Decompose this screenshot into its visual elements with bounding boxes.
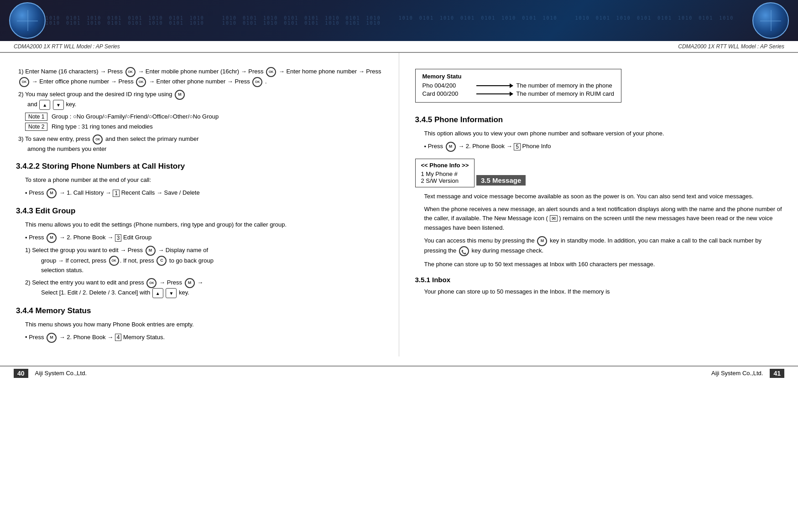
footer-right: Aiji System Co.,Ltd. 41	[711, 369, 784, 378]
phone-info-item-1: 1 My Phone #	[421, 170, 469, 177]
menu-icon-4	[146, 246, 156, 256]
ok-icon-6	[93, 134, 103, 145]
section-342-bullet: Press → 1. Call History → 1 Recent Calls…	[25, 188, 383, 198]
menu-icon-3	[47, 233, 57, 243]
section-35-para2: When the phone receives a new message, a…	[424, 205, 782, 232]
memory-label-1: Pho 004/200	[422, 82, 473, 89]
footer-brand-left: Aiji System Co.,Ltd.	[35, 370, 87, 377]
step-1-text: 1) Enter Name (16 characters) → Press → …	[18, 68, 381, 85]
section-342-intro: To store a phone number at the end of yo…	[25, 176, 383, 185]
step-343-1: 1) Select the group you want to edit → P…	[25, 246, 383, 275]
right-column: Memory Statu Pho 004/200 The number of m…	[399, 53, 798, 356]
num-badge-4: 4	[115, 334, 122, 341]
menu-icon-6	[47, 333, 57, 343]
menu-icon-7	[446, 142, 456, 152]
step-2-and: and ▲ ▼ key.	[27, 101, 76, 108]
header-right-title: CDMA2000 1X RTT WLL Model : AP Series	[678, 43, 784, 50]
menu-icon-1	[175, 90, 185, 100]
note-1-box: Note 1	[25, 113, 47, 121]
step-3-rest: among the numbers you enter	[27, 145, 106, 152]
section-35-para4: The phone can store up to 50 text messag…	[424, 260, 782, 269]
memory-row-2: Card 000/200 The number of memory in RUI…	[422, 90, 615, 97]
section-345-intro: This option allows you to view your own …	[424, 129, 782, 138]
memory-status-box: Memory Statu Pho 004/200 The number of m…	[415, 69, 622, 103]
section-344-heading: 3.4.4 Memory Status	[16, 306, 383, 315]
ok-icon-4	[136, 77, 146, 87]
ok-icon-8	[146, 278, 156, 288]
section-343-heading: 3.4.3 Edit Group	[16, 207, 383, 216]
step-3-text: 3) To save new entry, press and then sel…	[18, 135, 198, 142]
note-2: Note 2 Ring type : 31 ring tones and mel…	[25, 123, 383, 131]
note-1: Note 1 Group : ○No Group/○Family/○Friend…	[25, 113, 383, 121]
down-key: ▼	[53, 100, 64, 110]
section-344-intro: This menu shows you how many Phone Book …	[25, 320, 383, 329]
section-342-heading: 3.4.2.2 Storing Phone Numbers at Call Hi…	[16, 162, 383, 171]
step-343-1-end: selection status.	[41, 267, 83, 274]
message-icon: ✉	[550, 215, 558, 222]
header-left-title: CDMA2000 1X RTT WLL Model : AP Series	[14, 43, 120, 50]
section-344-bullet: Press → 2. Phone Book → 4 Memory Status.	[25, 333, 383, 343]
section-351-intro: Your phone can store up to 50 messages i…	[424, 287, 782, 296]
up-key-2: ▲	[152, 288, 163, 298]
menu-icon-8	[537, 236, 547, 246]
section-345-heading: 3.4.5 Phone Information	[415, 115, 782, 124]
section-345-bullet: Press → 2. Phone Book → 5 Phone Info	[424, 142, 782, 152]
memory-row-1: Pho 004/200 The number of memory in the …	[422, 82, 615, 89]
down-key-2: ▼	[166, 288, 177, 298]
step-2-text: 2) You may select group and the desired …	[18, 91, 186, 98]
section-351-heading: 3.5.1 Inbox	[415, 276, 782, 284]
section-35-para1: Text message and voice message become av…	[424, 192, 782, 201]
step-343-1-rest: group → If correct, press . If not, pres…	[41, 257, 214, 264]
menu-icon-5	[185, 278, 195, 288]
banner: 1010 0101 1010 0101 0101 1010 0101 1010 …	[0, 0, 798, 41]
section-35-para3: You can access this menu by pressing the…	[424, 236, 782, 256]
footer-left: 40 Aiji System Co.,Ltd.	[14, 369, 87, 378]
memory-label-2: Card 000/200	[422, 90, 473, 97]
header-row: CDMA2000 1X RTT WLL Model : AP Series CD…	[0, 41, 798, 53]
ok-icon-2	[266, 67, 276, 77]
memory-desc-2: The number of memory in RUIM card	[516, 90, 615, 97]
up-key: ▲	[39, 100, 50, 110]
memory-desc-1: The number of memory in the phone	[516, 82, 612, 89]
notes-container: Note 1 Group : ○No Group/○Family/○Friend…	[25, 113, 383, 131]
memory-arrow-1	[476, 85, 513, 86]
memory-status-title: Memory Statu	[422, 73, 615, 80]
globe-icon-right	[752, 2, 789, 39]
menu-icon-2	[47, 188, 57, 198]
ok-icon-7	[109, 256, 119, 266]
step-343-2: 2) Select the entry you want to edit and…	[25, 278, 383, 298]
step-343-2-rest: Select [1. Edit / 2. Delete / 3. Cancel]…	[41, 289, 189, 296]
memory-arrow-2	[476, 93, 513, 94]
note-1-text: Group : ○No Group/○Family/○Friend/○Offic…	[52, 113, 219, 120]
num-badge-1: 1	[113, 190, 120, 197]
ok-icon-1	[125, 67, 136, 77]
note-2-box: Note 2	[25, 123, 47, 131]
ok-icon-3	[19, 77, 29, 87]
section-35-heading: 3.5 Message	[476, 175, 526, 186]
phone-info-header: << Phone Info >>	[421, 162, 469, 169]
num-badge-5: 5	[514, 143, 521, 150]
main-content: 1) Enter Name (16 characters) → Press → …	[0, 53, 798, 356]
note-2-text: Ring type : 31 ring tones and melodies	[52, 123, 153, 130]
left-column: 1) Enter Name (16 characters) → Press → …	[0, 53, 399, 356]
phone-info-item-2: 2 S/W Version	[421, 177, 469, 184]
section-343-bullet: Press → 2. Phone Book → 3 Edit Group	[25, 233, 383, 243]
globe-icon-left	[9, 2, 46, 39]
phone-info-title: << Phone Info >>	[421, 162, 469, 169]
call-icon: 📞	[459, 246, 469, 256]
footer-page-num-right: 41	[770, 369, 784, 378]
step-1: 1) Enter Name (16 characters) → Press → …	[18, 67, 383, 87]
footer-row: 40 Aiji System Co.,Ltd. Aiji System Co.,…	[0, 366, 798, 380]
footer-brand-right: Aiji System Co.,Ltd.	[711, 370, 763, 377]
footer-page-num-left: 40	[14, 369, 28, 378]
ok-icon-5	[252, 77, 262, 87]
clr-icon-1	[156, 256, 167, 266]
phone-info-box: << Phone Info >> 1 My Phone # 2 S/W Vers…	[415, 159, 475, 187]
banner-binary-text: 1010 0101 1010 0101 0101 1010 0101 1010 …	[46, 0, 752, 41]
step-3: 3) To save new entry, press and then sel…	[18, 134, 383, 154]
step-2: 2) You may select group and the desired …	[18, 90, 383, 110]
section-343-intro: This menu allows you to edit the setting…	[25, 220, 383, 229]
num-badge-3: 3	[115, 234, 122, 242]
